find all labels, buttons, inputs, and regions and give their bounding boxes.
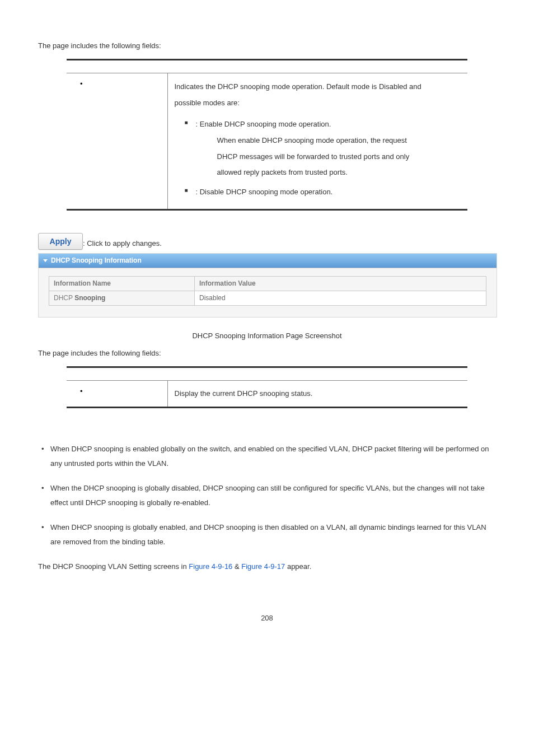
apply-caption: : Click to apply changes.: [83, 239, 162, 250]
mode-enabled-item: : Enable DHCP snooping mode operation. W…: [175, 116, 461, 180]
fields-table-2: Display the current DHCP snooping status…: [67, 366, 467, 408]
object-cell-2: [67, 381, 167, 408]
usage-item-2: When the DHCP snooping is globally disab…: [38, 481, 496, 510]
usage-item-1: When DHCP snooping is enabled globally o…: [38, 442, 496, 471]
object-cell: [67, 73, 167, 210]
description-cell: Indicates the DHCP snooping mode operati…: [167, 73, 467, 210]
info-row-name: DHCP Snooping: [49, 291, 195, 305]
bullet-icon: [80, 387, 88, 395]
info-table: Information Name Information Value DHCP …: [49, 276, 486, 306]
closing-prefix: The DHCP Snooping VLAN Setting screens i…: [38, 562, 189, 571]
enabled-colon-text: : Enable DHCP snooping mode operation.: [196, 120, 331, 128]
panel-title: DHCP Snooping Information: [51, 256, 142, 265]
info-row-value: Disabled: [195, 291, 486, 305]
mode-disabled-item: : Disable DHCP snooping mode operation.: [175, 184, 461, 200]
dhcp-snooping-info-panel: DHCP Snooping Information Information Na…: [38, 253, 497, 317]
enabled-sub-2: DHCP messages will be forwarded to trust…: [196, 149, 461, 165]
disabled-colon-text: : Disable DHCP snooping mode operation.: [196, 188, 333, 196]
enabled-sub-1: When enable DHCP snooping mode operation…: [196, 133, 461, 149]
desc-line-2: possible modes are:: [175, 99, 240, 107]
page-number: 208: [38, 613, 496, 623]
col-header-description-2: [167, 367, 467, 381]
fields-table-1: Indicates the DHCP snooping mode operati…: [67, 59, 467, 211]
usage-list: When DHCP snooping is enabled globally o…: [38, 442, 496, 549]
info-col-name: Information Name: [49, 277, 195, 291]
closing-paragraph: The DHCP Snooping VLAN Setting screens i…: [38, 559, 496, 574]
figure-link-2[interactable]: Figure 4-9-17: [241, 562, 285, 571]
col-header-object-2: [67, 367, 167, 381]
closing-suffix: appear.: [285, 562, 311, 571]
enabled-sub-3: allowed reply packets from trusted ports…: [196, 165, 461, 181]
intro-text-1: The page includes the following fields:: [38, 41, 496, 51]
description-cell-2: Display the current DHCP snooping status…: [167, 381, 467, 408]
closing-amp: &: [232, 562, 241, 571]
apply-button[interactable]: Apply: [38, 233, 83, 250]
usage-item-3: When DHCP snooping is globally enabled, …: [38, 520, 496, 549]
col-header-description: [167, 60, 467, 73]
panel-header[interactable]: DHCP Snooping Information: [39, 254, 496, 268]
figure-caption: DHCP Snooping Information Page Screensho…: [38, 331, 496, 341]
figure-link-1[interactable]: Figure 4-9-16: [189, 562, 232, 571]
desc-line-1: Indicates the DHCP snooping mode operati…: [175, 82, 421, 91]
col-header-object: [67, 60, 167, 73]
intro-text-2: The page includes the following fields:: [38, 348, 496, 358]
bullet-icon: [80, 80, 88, 88]
info-col-value: Information Value: [195, 277, 486, 291]
chevron-down-icon: [43, 259, 48, 262]
